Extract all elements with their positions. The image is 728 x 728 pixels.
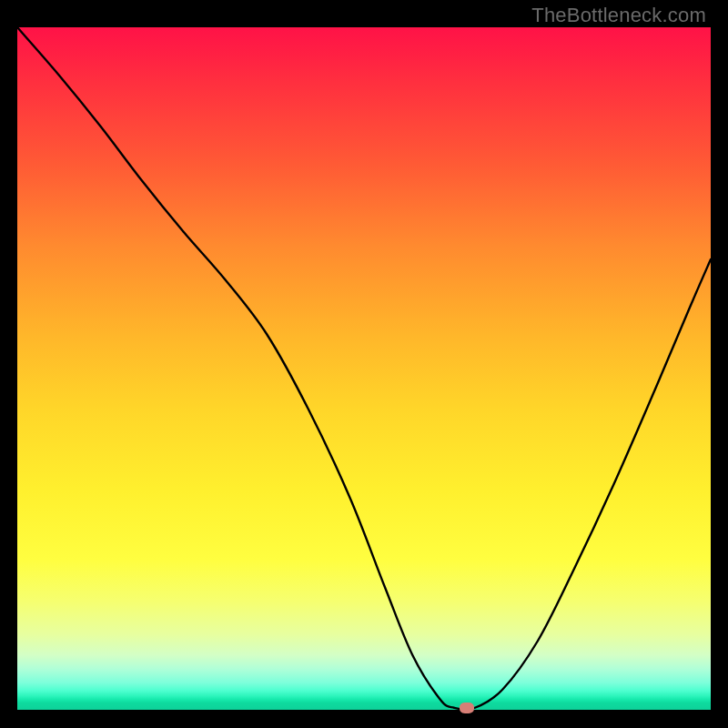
chart-container: TheBottleneck.com bbox=[0, 0, 728, 728]
plot-area bbox=[17, 27, 711, 710]
bottleneck-curve bbox=[17, 27, 711, 710]
watermark-label: TheBottleneck.com bbox=[531, 4, 706, 27]
optimum-marker bbox=[460, 703, 474, 713]
